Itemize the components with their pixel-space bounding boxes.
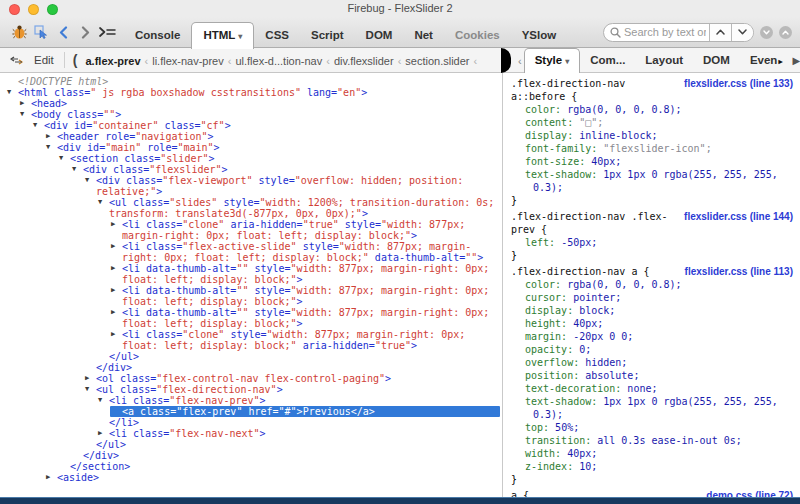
tab-cookies[interactable]: Cookies <box>444 23 511 48</box>
css-property[interactable]: cursor: pointer; <box>511 291 793 304</box>
css-property[interactable]: z-index: 10; <box>511 460 793 473</box>
tab-html[interactable]: HTML▾ <box>191 22 254 49</box>
dock-toggle-icon[interactable] <box>8 49 24 71</box>
tree-line[interactable]: ▼<section class="slider"> <box>58 153 500 164</box>
css-file-link[interactable]: demo.css (line 72) <box>706 489 793 497</box>
tree-line[interactable]: <a class="flex-prev" href="#">Previous</… <box>110 406 500 417</box>
tab-dom[interactable]: DOM <box>355 23 404 48</box>
side-tab-dom[interactable]: DOM <box>693 49 740 72</box>
twisty-right-icon[interactable]: ▶ <box>110 307 122 329</box>
css-property[interactable]: display: block; <box>511 304 793 317</box>
tree-line[interactable]: ▼<ul class="flex-direction-nav"> <box>84 384 500 395</box>
breadcrumb-item-a-flex-prev[interactable]: a.flex-prev <box>86 55 141 67</box>
tree-line[interactable]: ▼<html class=" js rgba boxshadow csstran… <box>6 87 500 98</box>
tab-script[interactable]: Script <box>300 23 355 48</box>
tree-line[interactable]: ▶<li class="clone" style="width: 877px; … <box>110 329 500 351</box>
side-tab-layout[interactable]: Layout <box>635 49 693 72</box>
css-property[interactable]: transition: all 0.3s ease-in-out 0s; <box>511 434 793 447</box>
tree-line[interactable]: ▼<div id="container" class="cf"> <box>32 120 500 131</box>
css-property[interactable]: overflow: hidden; <box>511 356 793 369</box>
twisty-down-icon[interactable]: ▼ <box>97 395 109 406</box>
breadcrumb-item-div-flexslider[interactable]: div.flexslider <box>334 55 394 67</box>
twisty-down-icon[interactable]: ▼ <box>84 384 96 395</box>
css-property[interactable]: text-shadow: 1px 1px 0 rgba(255, 255, 25… <box>511 395 793 421</box>
twisty-right-icon[interactable]: ▶ <box>97 428 109 439</box>
twisty-right-icon[interactable]: ▶ <box>45 131 57 142</box>
firebug-icon[interactable] <box>8 21 30 43</box>
css-property[interactable]: display: inline-block; <box>511 129 793 142</box>
inspect-icon[interactable] <box>30 21 52 43</box>
tree-line[interactable]: ▶<li class="clone" aria-hidden="true" st… <box>110 219 500 241</box>
twisty-down-icon[interactable]: ▼ <box>58 153 70 164</box>
twisty-right-icon[interactable]: ▶ <box>19 98 31 109</box>
breadcrumb-item-li-flex-nav-prev[interactable]: li.flex-nav-prev <box>152 55 224 67</box>
tree-line[interactable]: </div> <box>84 362 500 373</box>
css-selector[interactable]: flexslider.css (line 133).flex-direction… <box>511 77 793 103</box>
tree-line[interactable]: ▶<li class="flex-nav-next"> <box>97 428 500 439</box>
close-window-button[interactable] <box>9 4 20 15</box>
tree-line[interactable]: ▶<header role="navigation"> <box>45 131 500 142</box>
css-property[interactable]: position: absolute; <box>511 369 793 382</box>
twisty-right-icon[interactable]: ▶ <box>84 373 96 384</box>
breadcrumb-item-ul-flex-d-tion-nav[interactable]: ul.flex-d...tion-nav <box>235 55 322 67</box>
css-property[interactable]: margin: -20px 0 0; <box>511 330 793 343</box>
twisty-down-icon[interactable]: ▼ <box>97 197 109 219</box>
css-property[interactable]: font-size: 40px; <box>511 155 793 168</box>
tree-line[interactable]: ▶<li data-thumb-alt="" style="width: 877… <box>110 263 500 285</box>
css-file-link[interactable]: flexslider.css (line 113) <box>685 265 793 278</box>
twisty-down-icon[interactable]: ▼ <box>19 109 31 120</box>
tree-line[interactable]: ▼<div class="flex-viewport" style="overf… <box>84 175 500 197</box>
css-property[interactable]: left: -50px; <box>511 236 793 249</box>
tree-line[interactable]: </section> <box>58 461 500 472</box>
twisty-down-icon[interactable]: ▼ <box>84 175 96 197</box>
css-selector[interactable]: demo.css (line 72)a { <box>511 489 793 497</box>
console-prompt-icon[interactable] <box>96 21 118 43</box>
twisty-down-icon[interactable]: ▼ <box>71 164 83 175</box>
tree-line[interactable]: ▼<div class="flexslider"> <box>71 164 500 175</box>
detach-firebug-button[interactable] <box>779 26 792 39</box>
twisty-right-icon[interactable]: ▶ <box>110 329 122 351</box>
side-tab-even[interactable]: Even▸ <box>740 49 793 72</box>
css-file-link[interactable]: flexslider.css (line 133) <box>684 77 793 90</box>
twisty-down-icon[interactable]: ▼ <box>6 87 18 98</box>
css-property[interactable]: content: "□"; <box>511 116 793 129</box>
zoom-window-button[interactable] <box>47 4 58 15</box>
css-property[interactable]: text-shadow: 1px 1px 0 rgba(255, 255, 25… <box>511 168 793 194</box>
tabs-scroll-right-icon[interactable]: ▶ <box>792 55 800 66</box>
side-tab-style[interactable]: Style▾ <box>524 48 581 73</box>
css-property[interactable]: opacity: 0; <box>511 343 793 356</box>
tree-line[interactable]: ▶<li data-thumb-alt="" style="width: 877… <box>110 285 500 307</box>
tree-line[interactable]: <!DOCTYPE html> <box>6 76 500 87</box>
tree-line[interactable]: ▼<body class=""> <box>19 109 500 120</box>
minimize-firebug-button[interactable] <box>760 26 773 39</box>
tabs-scroll-left-icon[interactable]: ‹ <box>518 55 522 67</box>
tree-line[interactable]: </div> <box>71 450 500 461</box>
edit-button[interactable]: Edit <box>34 54 54 66</box>
twisty-down-icon[interactable]: ▼ <box>45 142 57 153</box>
css-property[interactable]: top: 50%; <box>511 421 793 434</box>
panel-splitter-handle[interactable] <box>501 48 511 73</box>
search-prev-button[interactable] <box>709 24 731 41</box>
tree-line[interactable]: ▶<ol class="flex-control-nav flex-contro… <box>84 373 500 384</box>
css-property[interactable]: height: 40px; <box>511 317 793 330</box>
tree-line[interactable]: ▼<ul class="slides" style="width: 1200%;… <box>97 197 500 219</box>
tab-yslow[interactable]: YSlow <box>511 23 568 48</box>
tree-line[interactable]: ▶<li class="flex-active-slide" style="wi… <box>110 241 500 263</box>
breadcrumb-item-section-slider[interactable]: section.slider <box>405 55 469 67</box>
css-property[interactable]: text-decoration: none; <box>511 382 793 395</box>
side-tab-com[interactable]: Com... <box>580 49 635 72</box>
tree-line[interactable]: ▼<div id="main" role="main"> <box>45 142 500 153</box>
css-selector[interactable]: flexslider.css (line 113).flex-direction… <box>511 265 793 278</box>
css-file-link[interactable]: flexslider.css (line 144) <box>684 210 793 223</box>
tree-line[interactable]: </ul> <box>84 439 500 450</box>
back-icon[interactable] <box>52 21 74 43</box>
twisty-right-icon[interactable]: ▶ <box>45 472 57 483</box>
tree-line[interactable]: ▶<li data-thumb-alt="" style="width: 877… <box>110 307 500 329</box>
css-property[interactable]: color: rgba(0, 0, 0, 0.8); <box>511 103 793 116</box>
twisty-right-icon[interactable]: ▶ <box>110 219 122 241</box>
css-property[interactable]: width: 40px; <box>511 447 793 460</box>
twisty-down-icon[interactable]: ▼ <box>32 120 44 131</box>
forward-icon[interactable] <box>74 21 96 43</box>
css-property[interactable]: font-family: "flexslider-icon"; <box>511 142 793 155</box>
tree-line[interactable]: </li> <box>97 417 500 428</box>
